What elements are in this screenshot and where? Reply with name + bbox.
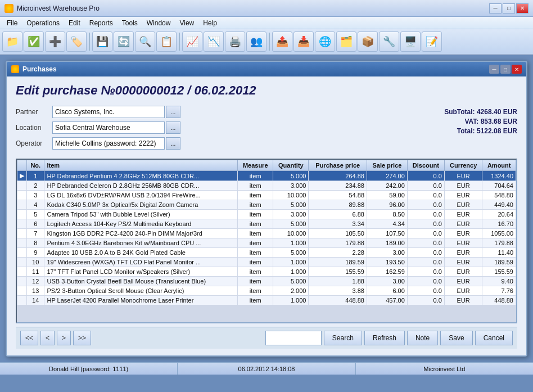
row-currency: EUR: [444, 286, 482, 296]
tb-sep-2: [179, 33, 180, 51]
table-row[interactable]: 14HP LaserJet 4200 Parallel Monochrome L…: [17, 296, 516, 305]
location-input[interactable]: [52, 121, 165, 134]
table-row[interactable]: 3LG DL 16x8x6 DVD±RW/RAM USB 2.0/1394 Fi…: [17, 191, 516, 200]
tb-import-btn[interactable]: 📥: [293, 31, 314, 52]
row-sale-price: 6.00: [367, 286, 408, 296]
row-purchase-price: 189.59: [309, 258, 367, 267]
refresh-button[interactable]: Refresh: [364, 331, 405, 345]
row-indicator: [17, 296, 27, 305]
tb-search-btn[interactable]: 🔍: [135, 31, 155, 52]
table-row[interactable]: ▶1HP Debranded Pentium 4 2.8GHz 512MB 80…: [17, 171, 516, 181]
row-no: 9: [27, 248, 44, 258]
col-no: No.: [27, 160, 44, 171]
row-no: 4: [27, 200, 44, 210]
purchases-window: Purchases ─ □ ✕ Edit purchase №000000001…: [6, 61, 527, 357]
row-item: HP Debranded Pentium 4 2.8GHz 512MB 80GB…: [44, 171, 238, 181]
row-sale-price: 3.00: [367, 277, 408, 286]
maximize-btn[interactable]: □: [503, 3, 515, 13]
table-row[interactable]: 13PS/2 3-Button Optical Scroll Mouse (Cl…: [17, 286, 516, 296]
save-button[interactable]: Save: [440, 331, 472, 345]
row-purchase-price: 54.88: [309, 191, 367, 200]
row-amount: 7.76: [482, 286, 516, 296]
row-measure: item: [238, 171, 273, 181]
tb-tag-btn[interactable]: 🏷️: [66, 31, 87, 52]
table-row[interactable]: 8Pentium 4 3.0EGHz Barebones Kit w/Mainb…: [17, 238, 516, 248]
menu-item-file[interactable]: File: [2, 18, 22, 28]
minimize-btn[interactable]: ─: [489, 3, 502, 13]
table-row[interactable]: 6Logitech Access 104-Key PS/2 Multimedia…: [17, 219, 516, 229]
operator-browse-btn[interactable]: ...: [166, 137, 180, 150]
menu-item-operations[interactable]: Operations: [22, 18, 64, 28]
row-indicator: [17, 210, 27, 219]
nav-last-btn[interactable]: >>: [73, 331, 91, 345]
table-row[interactable]: 9Adaptec 10 USB 2.0 A to B 24K Gold Plat…: [17, 248, 516, 258]
app-window-controls[interactable]: ─ □ ✕: [489, 3, 529, 13]
tb-export-btn[interactable]: 📤: [272, 31, 292, 52]
row-amount: 155.59: [482, 267, 516, 277]
tb-pkg-btn[interactable]: 📦: [358, 31, 378, 52]
tb-users-btn[interactable]: 👥: [246, 31, 266, 52]
location-browse-btn[interactable]: ...: [166, 121, 180, 134]
row-sale-price: 189.00: [367, 238, 408, 248]
tb-copy-btn[interactable]: 📋: [156, 31, 177, 52]
tb-file-btn[interactable]: 📁: [2, 31, 22, 52]
row-purchase-price: 3.34: [309, 219, 367, 229]
partner-input[interactable]: [52, 106, 165, 118]
row-indicator: [17, 191, 27, 200]
tb-check-btn[interactable]: ✅: [24, 31, 44, 52]
row-purchase-price: 155.59: [309, 267, 367, 277]
search-input[interactable]: [265, 331, 322, 345]
partner-browse-btn[interactable]: ...: [166, 106, 180, 118]
col-amount: Amount: [482, 160, 516, 171]
row-currency: EUR: [444, 181, 482, 191]
row-quantity: 1.000: [273, 258, 309, 267]
table-row[interactable]: 7Kingston 1GB DDR2 PC2-4200 240-Pin DIMM…: [17, 229, 516, 238]
window-controls[interactable]: ─ □ ✕: [489, 65, 522, 74]
menu-item-tools[interactable]: Tools: [118, 18, 142, 28]
menu-item-help[interactable]: Help: [198, 18, 222, 28]
nav-next-btn[interactable]: >: [57, 331, 71, 345]
tb-refresh-btn[interactable]: 🔄: [114, 31, 134, 52]
table-row[interactable]: 4Kodak C340 5.0MP 3x Optical/5x Digital …: [17, 200, 516, 210]
menubar: FileOperationsEditReportsToolsWindowView…: [0, 17, 533, 29]
table-row[interactable]: 5Camera Tripod 53" with Bubble Level (Si…: [17, 210, 516, 219]
table-row[interactable]: 2HP Debranded Celeron D 2.8GHz 256MB 80G…: [17, 181, 516, 191]
win-minimize-btn[interactable]: ─: [489, 65, 499, 74]
row-discount: 0.0: [407, 286, 444, 296]
menu-item-view[interactable]: View: [175, 18, 198, 28]
window-container: Purchases ─ □ ✕ Edit purchase №000000001…: [0, 55, 533, 362]
table-row[interactable]: 12USB 3-Button Crystal Beetl Ball Mouse …: [17, 277, 516, 286]
tb-web-btn[interactable]: 🌐: [315, 31, 335, 52]
nav-first-btn[interactable]: <<: [20, 331, 38, 345]
row-indicator: [17, 277, 27, 286]
row-quantity: 5.000: [273, 219, 309, 229]
tb-add-btn[interactable]: ➕: [45, 31, 65, 52]
menu-item-window[interactable]: Window: [142, 18, 175, 28]
note-button[interactable]: Note: [407, 331, 438, 345]
tb-monitor-btn[interactable]: 🖥️: [400, 31, 421, 52]
operator-input[interactable]: [52, 137, 165, 150]
tb-archive-btn[interactable]: 🗂️: [336, 31, 356, 52]
tb-save-btn[interactable]: 💾: [92, 31, 112, 52]
row-currency: EUR: [444, 229, 482, 238]
row-measure: item: [238, 286, 273, 296]
tb-chart2-btn[interactable]: 📉: [204, 31, 224, 52]
cancel-button[interactable]: Cancel: [475, 331, 513, 345]
menu-item-edit[interactable]: Edit: [64, 18, 85, 28]
tb-settings-btn[interactable]: 🔧: [379, 31, 399, 52]
row-currency: EUR: [444, 238, 482, 248]
close-btn[interactable]: ✕: [516, 3, 529, 13]
app-title-text: Microinvest Warehouse Pro: [17, 4, 489, 12]
tb-print-btn[interactable]: 🖨️: [225, 31, 245, 52]
win-close-btn[interactable]: ✕: [512, 65, 522, 74]
menu-item-reports[interactable]: Reports: [85, 18, 118, 28]
table-row[interactable]: 1019" Widescreen (WXGA) TFT LCD Flat Pan…: [17, 258, 516, 267]
win-maximize-btn[interactable]: □: [500, 65, 511, 74]
tb-chart1-btn[interactable]: 📈: [182, 31, 202, 52]
row-indicator: [17, 181, 27, 191]
search-button[interactable]: Search: [324, 331, 362, 345]
table-row[interactable]: 1117" TFT Flat Panel LCD Monitor w/Speak…: [17, 267, 516, 277]
nav-prev-btn[interactable]: <: [40, 331, 55, 345]
tb-notes-btn[interactable]: 📝: [422, 31, 442, 52]
row-discount: 0.0: [407, 248, 444, 258]
